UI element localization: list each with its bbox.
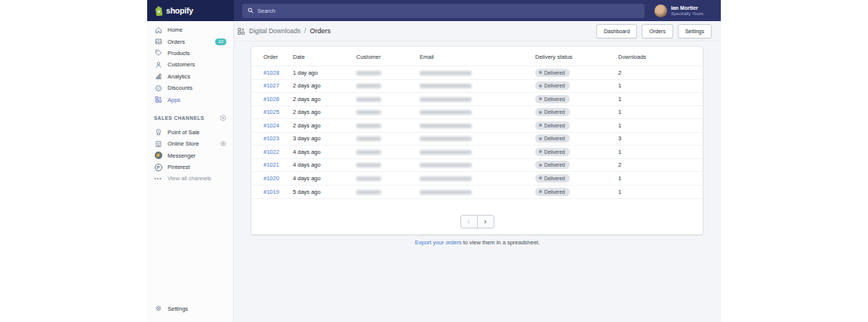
downloads-count: 2 <box>618 66 703 80</box>
table-row[interactable]: #1025 2 days ago Delivered 1 <box>251 106 703 119</box>
orders-table-body: #1028 1 day ago Delivered 2 #1027 2 days… <box>251 66 703 198</box>
customer-redacted <box>356 190 381 195</box>
ellipsis-icon: ••• <box>154 174 162 182</box>
table-row[interactable]: #1021 4 days ago Delivered 2 <box>251 158 703 172</box>
order-link[interactable]: #1023 <box>263 135 279 142</box>
shopify-logo[interactable]: s shopify <box>147 0 234 21</box>
page: s shopify Search Ian Mortier Spectrally … <box>0 0 868 322</box>
status-label: Delivered <box>544 83 565 88</box>
sidebar-item-point-of-sale[interactable]: Point of Sale <box>147 127 233 138</box>
order-date: 2 days ago <box>293 79 356 93</box>
col-downloads: Downloads <box>618 47 703 66</box>
sidebar-item-label: Online Store <box>168 140 199 147</box>
status-label: Delivered <box>544 97 565 102</box>
table-row[interactable]: #1022 4 days ago Delivered 1 <box>251 146 703 159</box>
chevron-right-icon: › <box>484 218 486 225</box>
sidebar-item-discounts[interactable]: Discounts <box>147 82 233 94</box>
status-label: Delivered <box>544 149 565 155</box>
export-note: Export your orders to view them in a spr… <box>234 239 721 246</box>
sidebar-item-analytics[interactable]: Analytics <box>147 71 233 82</box>
table-row[interactable]: #1027 2 days ago Delivered 1 <box>251 79 703 93</box>
status-label: Delivered <box>544 162 565 167</box>
main-content: Digital Downloads / Orders Dashboard Ord… <box>234 21 721 322</box>
sidebar-item-home[interactable]: Home <box>147 24 233 35</box>
sidebar-item-label: Home <box>168 26 183 33</box>
chevron-left-icon: ‹ <box>467 218 469 225</box>
downloads-count: 1 <box>618 93 703 106</box>
order-date: 3 days ago <box>293 132 356 146</box>
status-dot-icon <box>539 150 542 153</box>
search-input[interactable]: Search <box>242 4 645 18</box>
delivery-status-badge: Delivered <box>535 69 570 77</box>
table-row[interactable]: #1023 3 days ago Delivered 3 <box>251 132 703 146</box>
sidebar-item-online-store[interactable]: Online Store <box>147 138 233 149</box>
order-link[interactable]: #1024 <box>263 122 279 129</box>
sidebar-item-products[interactable]: Products <box>147 48 233 59</box>
previous-page-button[interactable]: ‹ <box>460 215 478 228</box>
table-row[interactable]: #1028 1 day ago Delivered 2 <box>251 66 703 80</box>
add-channel-icon[interactable] <box>220 115 226 121</box>
search-placeholder: Search <box>257 8 275 14</box>
sidebar-item-label: Point of Sale <box>168 129 200 136</box>
customers-icon <box>154 60 162 69</box>
sales-channels-header: SALES CHANNELS <box>147 113 233 124</box>
delivery-status-badge: Delivered <box>535 108 570 116</box>
user-name: Ian Mortier <box>671 5 703 11</box>
order-date: 1 day ago <box>293 66 356 80</box>
delivery-status-badge: Delivered <box>535 81 570 90</box>
sidebar-item-apps[interactable]: Apps <box>147 94 233 105</box>
table-row[interactable]: #1020 4 days ago Delivered 1 <box>251 172 703 186</box>
next-page-button[interactable]: › <box>477 215 494 228</box>
analytics-icon <box>154 72 162 81</box>
user-menu[interactable]: Ian Mortier Spectrally Yours <box>654 0 721 21</box>
status-dot-icon <box>539 176 542 179</box>
table-row[interactable]: #1024 2 days ago Delivered 1 <box>251 119 703 133</box>
order-link[interactable]: #1019 <box>263 189 279 195</box>
topbar-main: Search Ian Mortier Spectrally Yours <box>234 0 721 21</box>
sidebar-item-customers[interactable]: Customers <box>147 59 233 70</box>
messenger-icon: ⚡ <box>154 152 162 160</box>
sidebar-item-settings[interactable]: Settings <box>147 303 233 314</box>
settings-button[interactable]: Settings <box>678 24 712 38</box>
sidebar-item-view-all-channels[interactable]: ••• View all channels <box>147 173 233 184</box>
sidebar-item-label: Apps <box>168 97 180 103</box>
topbar: s shopify Search Ian Mortier Spectrally … <box>147 0 721 21</box>
order-link[interactable]: #1028 <box>263 69 279 76</box>
breadcrumb: Digital Downloads / Orders Dashboard Ord… <box>234 21 721 41</box>
order-link[interactable]: #1021 <box>263 161 279 168</box>
export-orders-link[interactable]: Export your orders <box>415 239 462 246</box>
order-link[interactable]: #1025 <box>263 109 279 115</box>
delivery-status-badge: Delivered <box>535 121 570 130</box>
online-store-icon <box>154 140 162 148</box>
table-row[interactable]: #1026 2 days ago Delivered 1 <box>251 93 703 106</box>
order-link[interactable]: #1027 <box>263 82 279 89</box>
order-link[interactable]: #1026 <box>263 96 279 103</box>
breadcrumb-app-link[interactable]: Digital Downloads <box>249 27 300 35</box>
store-name: Spectrally Yours <box>671 11 703 17</box>
sales-channels-title: SALES CHANNELS <box>154 115 205 121</box>
downloads-count: 1 <box>618 79 703 93</box>
sidebar-item-label: Products <box>168 50 190 57</box>
view-store-eye-icon[interactable] <box>220 140 226 147</box>
email-redacted <box>420 190 472 195</box>
sidebar-item-pinterest[interactable]: P Pinterest <box>147 161 233 173</box>
sidebar-item-orders[interactable]: Orders 22 <box>147 35 233 47</box>
customer-redacted <box>356 71 381 75</box>
orders-card: Order Date Customer Email Delivery statu… <box>251 47 703 235</box>
shopify-admin-app: s shopify Search Ian Mortier Spectrally … <box>147 0 721 322</box>
sidebar-item-messenger[interactable]: ⚡ Messenger <box>147 150 233 161</box>
order-link[interactable]: #1020 <box>263 175 279 182</box>
search-icon <box>248 8 254 14</box>
dashboard-button[interactable]: Dashboard <box>596 24 637 38</box>
delivery-status-badge: Delivered <box>535 148 570 156</box>
customer-redacted <box>356 136 381 141</box>
status-label: Delivered <box>544 189 565 195</box>
status-dot-icon <box>539 124 542 127</box>
order-date: 5 days ago <box>293 185 356 198</box>
tag-icon <box>154 49 162 57</box>
email-redacted <box>420 110 472 115</box>
order-link[interactable]: #1022 <box>263 149 279 155</box>
email-redacted <box>420 71 472 75</box>
orders-button[interactable]: Orders <box>642 24 673 38</box>
table-row[interactable]: #1019 5 days ago Delivered 1 <box>251 185 703 198</box>
